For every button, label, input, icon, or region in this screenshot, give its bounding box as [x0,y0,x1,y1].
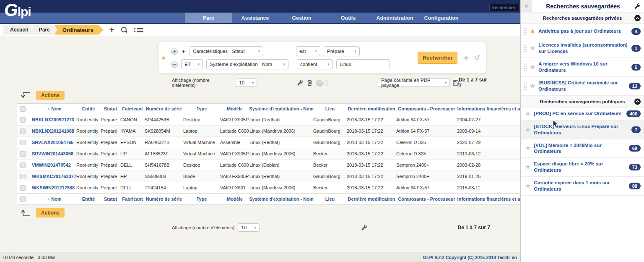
collapse-section-icon[interactable] [634,98,641,105]
add-meta-criterion-icon[interactable]: + [181,48,186,55]
column-header[interactable]: Composants - Processeur [398,106,455,111]
column-header[interactable]: Numéro de série [146,196,182,202]
wrench-icon[interactable] [634,3,641,10]
nav-tab[interactable]: Assistance [232,13,278,23]
nav-tab[interactable]: Gestion [278,13,325,23]
star-icon[interactable]: ★ [530,64,535,71]
computer-name-link[interactable]: SRVWIN201443066 [32,151,76,156]
star-icon[interactable]: ★ [525,145,531,152]
nav-tab[interactable]: Parc [185,13,232,23]
close-icon[interactable]: ✕ [521,0,532,12]
save-export-icon[interactable] [453,80,459,86]
breadcrumb-item[interactable]: Parc [32,25,57,35]
drag-handle-icon[interactable] [523,27,527,36]
column-header[interactable]: Statut [104,196,117,202]
row-checkbox[interactable] [20,128,26,134]
breadcrumb-item[interactable]: Accueil [3,25,36,35]
drag-handle-icon[interactable] [523,81,527,90]
criterion-field-select[interactable]: Système d'exploitation - Nom▾ [206,59,288,69]
star-icon[interactable]: ★ [525,126,531,133]
reset-search-icon[interactable]: ↺ [475,54,480,62]
row-checkbox[interactable] [20,117,26,123]
row-checkbox[interactable] [20,151,26,157]
save-search-star-icon[interactable]: ★ [462,53,469,63]
wrench-icon[interactable] [361,225,367,231]
select-all-checkbox[interactable] [20,106,26,112]
page-size-select[interactable]: 10▾ [236,79,257,87]
star-icon[interactable]: ★ [530,28,535,35]
actions-button[interactable]: Actions [36,91,65,100]
add-icon[interactable]: + [109,26,114,34]
column-header[interactable]: Entité [82,196,95,202]
page-size-select[interactable]: 10▾ [238,223,260,232]
computer-name-link[interactable]: NBKLNX201241088 [32,128,76,134]
breadcrumb-item[interactable]: Ordinateurs [54,25,104,35]
column-header[interactable]: Système d'exploitation - Nom [249,106,314,111]
star-icon[interactable]: ★ [525,183,531,189]
list-view-icon[interactable] [134,28,143,32]
select-all-checkbox[interactable] [20,196,26,202]
column-header[interactable]: Lieu [325,106,335,111]
saved-search-item[interactable]: ★ Antivirus pas à jour sur Ordinateurs 4 [521,24,644,39]
criterion-value-select[interactable]: Préparé▾ [324,46,360,56]
saved-search-item[interactable]: ★ [VOL] Mémoire < 2048Mio sur Ordinateur… [521,139,644,158]
criterion-operator-select[interactable]: est▾ [296,46,320,56]
row-checkbox[interactable] [20,174,26,179]
toggle-switch[interactable] [316,80,328,86]
wrench-icon[interactable] [297,80,303,86]
column-header[interactable]: Modèle [227,106,243,111]
computer-name-link[interactable]: NBKLNX200921273 [32,117,76,122]
column-header[interactable]: Entité [82,106,95,111]
nav-tab[interactable]: Administration [371,13,418,23]
saved-search-item[interactable]: ★ [BUSINESS] Criticité maximale sur Ordi… [521,77,644,96]
saved-search-item[interactable]: ★ [STOCK] Serveurs Linux Préparé sur Ord… [521,121,644,139]
drag-handle-icon[interactable] [523,44,527,52]
column-header[interactable]: Dernière modification [348,196,395,202]
computer-name-link[interactable]: SRVLNX201054765 [32,140,76,145]
nav-tab[interactable]: Outils [325,13,371,23]
column-header[interactable]: Numéro de série [146,106,182,111]
logic-operator-select[interactable]: ET▾ [181,59,203,69]
star-icon[interactable]: ★ [530,83,535,89]
star-icon[interactable]: ★ [525,164,531,170]
column-header[interactable]: ▲Nom [47,196,61,202]
row-checkbox[interactable] [20,162,26,168]
actions-button[interactable]: Actions [36,208,65,217]
star-icon[interactable]: ★ [525,110,531,117]
column-header[interactable]: ▲Nom [47,106,61,111]
global-search-input[interactable] [489,4,519,11]
criterion-value-input[interactable] [336,59,390,69]
column-header[interactable]: Informations financières et a [457,106,520,111]
fold-search-icon[interactable]: « [160,56,168,60]
glpi-logo[interactable]: Glpi [4,0,31,20]
column-header[interactable]: Fabricant [122,106,143,111]
saved-search-item[interactable]: ★ Garantie expirée dans 1 mois sur Ordin… [521,177,644,196]
remove-criterion-icon[interactable]: − [171,61,178,68]
column-header[interactable]: Fabricant [122,196,143,202]
glpi-copyright-link[interactable]: GLPI 9.2.2 Copyright (C) 2015-2018 Tecli… [423,255,517,260]
saved-search-item[interactable]: ★ [PROD] PC en service sur Ordinateurs 4… [521,107,644,121]
criterion-field-select[interactable]: Caractéristiques - Statut▾ [190,46,263,56]
column-header[interactable]: Système d'exploitation - Nom [249,196,314,202]
column-header[interactable]: Modèle [227,196,243,202]
row-checkbox[interactable] [20,140,26,145]
column-header[interactable]: Type [197,196,207,202]
computer-name-link[interactable]: WKSMAC201763377 [32,174,76,179]
saved-search-item[interactable]: ★ Licences invalides (surconsommation) s… [521,39,644,58]
saved-search-item[interactable]: ★ A migrer vers Windows 10 sur Ordinateu… [521,58,644,77]
export-format-select[interactable]: Page courante en PDF paysage▾ [378,79,450,87]
star-icon[interactable]: ★ [530,45,535,52]
column-header[interactable]: Statut [104,106,117,111]
search-submit-button[interactable]: Rechercher [418,52,458,64]
criterion-operator-select[interactable]: contient▾ [297,59,333,69]
drag-handle-icon[interactable] [523,63,527,71]
column-header[interactable]: Lieu [325,196,335,202]
search-icon[interactable] [121,27,127,33]
add-criterion-icon[interactable]: + [171,48,178,55]
column-header[interactable]: Composants - Processeur [398,196,455,202]
computer-name-link[interactable]: WKSWIN201217588 [32,185,76,190]
column-header[interactable]: Type [197,106,207,111]
saved-search-item[interactable]: ★ Espace disque libre < 20% sur Ordinate… [521,158,644,177]
nav-tab[interactable]: Configuration [418,13,465,23]
row-checkbox[interactable] [20,185,26,191]
